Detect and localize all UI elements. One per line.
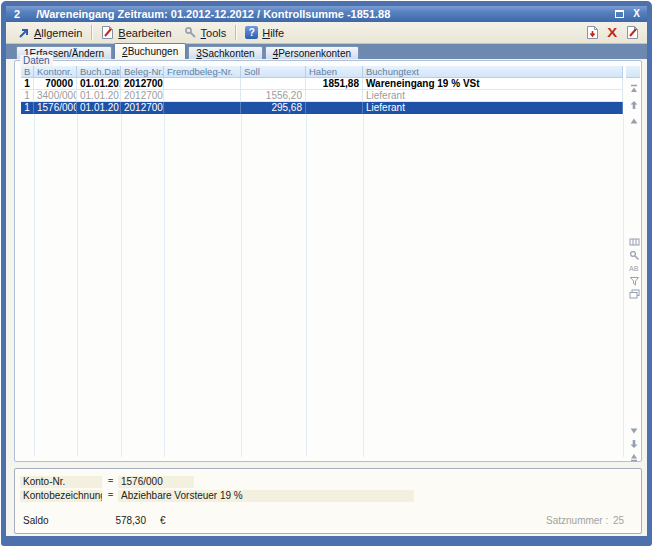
column-header-buchungtext[interactable]: Buchungtext xyxy=(363,66,623,78)
column-gridline xyxy=(164,114,165,457)
menu-separator xyxy=(91,25,92,40)
page-down-icon[interactable] xyxy=(628,438,640,450)
cell-soll[interactable]: 1556,20 xyxy=(241,90,306,102)
cell-buchungtext[interactable]: Wareneingang 19 % VSt xyxy=(363,78,623,90)
window-title: /Wareneingang Zeitraum: 01.2012-12.2012 … xyxy=(36,8,609,20)
saldo-currency: € xyxy=(157,515,169,527)
app-window: 2 /Wareneingang Zeitraum: 01.2012-12.201… xyxy=(1,1,652,546)
column-header-soll[interactable]: Soll xyxy=(241,66,306,78)
cell-buchdatum[interactable]: 01.01.2012 xyxy=(77,102,121,114)
close-window-button[interactable]: X xyxy=(630,8,643,20)
menubar: AllgemeinBearbeitenTools?Hilfe X xyxy=(6,22,647,44)
menu-item-bearbeiten[interactable]: Bearbeiten xyxy=(95,23,177,42)
column-header-belegnr[interactable]: Beleg-Nr. xyxy=(121,66,164,78)
cell-b[interactable]: 1 xyxy=(21,78,34,90)
filter-icon[interactable] xyxy=(628,275,640,287)
column-gridline xyxy=(306,114,307,457)
column-header-kontonr[interactable]: Kontonr. xyxy=(34,66,77,78)
cell-buchungtext[interactable]: Lieferant xyxy=(363,90,623,102)
menu-item-label: Allgemein xyxy=(34,27,82,39)
cell-kontonr[interactable]: 1576/000 xyxy=(34,102,77,114)
menu-items: AllgemeinBearbeitenTools?Hilfe xyxy=(12,23,290,42)
cell-b[interactable]: 1 xyxy=(21,102,34,114)
cell-fremdbelegnr[interactable] xyxy=(164,90,241,102)
tab-personenkonten[interactable]: 4 Personenkonten xyxy=(265,46,359,59)
column-gridline xyxy=(121,114,122,457)
table-row-1[interactable]: 17000001.01.2012201270011851,88Wareneing… xyxy=(21,78,623,90)
menu-item-label: Bearbeiten xyxy=(118,27,171,39)
satznummer-value: 25 xyxy=(610,515,627,527)
sort-icon[interactable]: AB xyxy=(628,262,640,274)
help-icon: ? xyxy=(245,26,258,39)
last-record-icon[interactable] xyxy=(628,451,640,463)
edit-document-icon xyxy=(101,25,114,40)
bookings-table: BKontonr.Buch.DatumBeleg-Nr.Fremdbeleg-N… xyxy=(21,66,623,114)
tab-buchungen[interactable]: 2 Buchungen xyxy=(114,43,186,59)
record-nav-strip: AB xyxy=(627,81,641,457)
table-header-spacer xyxy=(626,66,640,78)
columns-icon[interactable] xyxy=(628,236,640,248)
cell-kontonr[interactable]: 70000 xyxy=(34,78,77,90)
table-row-3[interactable]: 11576/00001.01.201220127001295,68Liefera… xyxy=(21,102,623,114)
tab-strip: 1 Erfassen/Ändern2 Buchungen3 Sachkonten… xyxy=(16,43,361,59)
column-gridline xyxy=(77,114,78,457)
search-icon[interactable] xyxy=(628,249,640,261)
tools-icon xyxy=(184,26,197,39)
cell-haben[interactable]: 1851,88 xyxy=(306,78,363,90)
save-document-button[interactable] xyxy=(586,25,599,40)
cell-soll[interactable] xyxy=(241,78,306,90)
cell-belegnr[interactable]: 20127001 xyxy=(121,78,164,90)
satznummer-label: Satznummer : xyxy=(543,515,611,527)
cell-kontonr[interactable]: 3400/000 xyxy=(34,90,77,102)
next-record-icon[interactable] xyxy=(628,425,640,437)
arrow-up-right-icon xyxy=(18,27,30,39)
page-up-icon[interactable] xyxy=(628,99,640,111)
restore-window-button[interactable] xyxy=(613,8,626,20)
menu-item-allgemein[interactable]: Allgemein xyxy=(12,25,88,41)
cell-haben[interactable] xyxy=(306,102,363,114)
column-gridline xyxy=(241,114,242,457)
detail-panel: Konto-Nr. = 1576/000 Kontobezeichnung = … xyxy=(14,468,642,534)
cell-belegnr[interactable]: 20127001 xyxy=(121,90,164,102)
column-gridline xyxy=(623,114,624,457)
table-header-row: BKontonr.Buch.DatumBeleg-Nr.Fremdbeleg-N… xyxy=(21,66,623,78)
table-row-2[interactable]: 13400/00001.01.2012201270011556,20Liefer… xyxy=(21,90,623,102)
cell-buchungtext[interactable]: Lieferant xyxy=(363,102,623,114)
close-icon: X xyxy=(633,9,640,19)
column-header-buchdatum[interactable]: Buch.Datum xyxy=(77,66,121,78)
column-header-b[interactable]: B xyxy=(21,66,34,78)
saldo-label: Saldo xyxy=(20,515,80,527)
kontobezeichnung-field[interactable]: Abziehbare Vorsteuer 19 % xyxy=(118,490,414,502)
restore-icon xyxy=(615,10,624,18)
cell-haben[interactable] xyxy=(306,90,363,102)
menu-item-label: Hilfe xyxy=(262,27,284,39)
column-header-haben[interactable]: Haben xyxy=(306,66,363,78)
delete-button[interactable]: X xyxy=(608,25,617,40)
cell-b[interactable]: 1 xyxy=(21,90,34,102)
cell-buchdatum[interactable]: 01.01.2012 xyxy=(77,90,121,102)
cell-fremdbelegnr[interactable] xyxy=(164,78,241,90)
group-label: Daten xyxy=(20,55,53,66)
edit-document-button[interactable] xyxy=(626,25,639,40)
first-record-icon[interactable] xyxy=(628,83,640,95)
menu-item-tools[interactable]: Tools xyxy=(178,24,233,41)
cell-buchdatum[interactable]: 01.01.2012 xyxy=(77,78,121,90)
windows-icon[interactable] xyxy=(628,288,640,300)
konto-nr-field[interactable]: 1576/000 xyxy=(118,476,194,488)
column-gridline xyxy=(363,114,364,457)
konto-nr-label: Konto-Nr. xyxy=(20,476,102,488)
column-header-fremdbelegnr[interactable]: Fremdbeleg-Nr. xyxy=(164,66,241,78)
column-gridline xyxy=(34,114,35,457)
cell-fremdbelegnr[interactable] xyxy=(164,102,241,114)
menu-item-hilfe[interactable]: ?Hilfe xyxy=(239,24,290,41)
tab-sachkonten[interactable]: 3 Sachkonten xyxy=(188,46,262,59)
cell-belegnr[interactable]: 20127001 xyxy=(121,102,164,114)
cell-soll[interactable]: 295,68 xyxy=(241,102,306,114)
toolbar-right: X xyxy=(586,25,641,40)
help-icon: ? xyxy=(245,26,258,39)
titlebar: 2 /Wareneingang Zeitraum: 01.2012-12.201… xyxy=(6,6,647,22)
prev-record-icon[interactable] xyxy=(628,115,640,127)
tab-band: 1 Erfassen/Ändern2 Buchungen3 Sachkonten… xyxy=(6,44,647,59)
tab-page-buchungen: Daten BKontonr.Buch.DatumBeleg-Nr.Fremdb… xyxy=(6,59,647,536)
svg-text:AB: AB xyxy=(629,265,639,272)
